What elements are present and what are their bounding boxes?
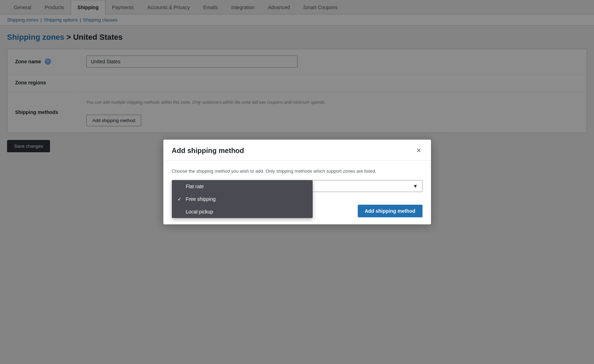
add-shipping-method-modal-button[interactable]: Add shipping method bbox=[358, 205, 423, 217]
modal-header: Add shipping method × bbox=[163, 140, 431, 161]
local-pickup-checkmark bbox=[177, 209, 183, 215]
dropdown-option-flat-rate[interactable]: Flat rate bbox=[172, 180, 313, 193]
modal-body: Choose the shipping method you wish to a… bbox=[163, 161, 431, 199]
page-content: Shipping zones > United States Zone name… bbox=[0, 26, 594, 347]
modal-description: Choose the shipping method you wish to a… bbox=[172, 168, 423, 175]
modal-title: Add shipping method bbox=[172, 147, 244, 155]
flat-rate-checkmark bbox=[177, 184, 183, 189]
flat-rate-label: Flat rate bbox=[186, 184, 204, 189]
free-shipping-checkmark: ✓ bbox=[177, 196, 183, 202]
modal-close-button[interactable]: × bbox=[415, 147, 423, 154]
shipping-method-dropdown: Flat rate ✓ Free shipping Local pickup bbox=[172, 180, 313, 218]
free-shipping-label: Free shipping bbox=[186, 196, 216, 202]
shipping-method-select-wrapper: Free shipping ▼ Flat rate ✓ Free shippin… bbox=[172, 180, 423, 192]
local-pickup-label: Local pickup bbox=[186, 209, 213, 215]
dropdown-option-free-shipping[interactable]: ✓ Free shipping bbox=[172, 193, 313, 205]
dropdown-option-local-pickup[interactable]: Local pickup bbox=[172, 205, 313, 218]
add-shipping-method-modal: Add shipping method × Choose the shippin… bbox=[163, 140, 431, 225]
modal-backdrop[interactable]: Add shipping method × Choose the shippin… bbox=[0, 0, 594, 347]
chevron-down-icon: ▼ bbox=[413, 183, 418, 189]
